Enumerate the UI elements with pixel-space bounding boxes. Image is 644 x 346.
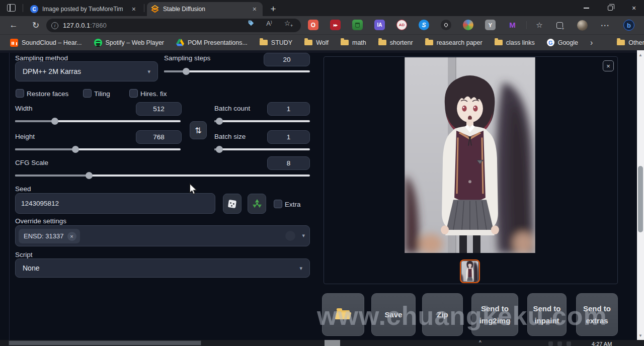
slider-handle[interactable] — [86, 172, 93, 179]
ext-o-icon[interactable]: O — [308, 20, 318, 30]
tiling-checkbox[interactable] — [83, 89, 92, 98]
extra-seed-checkbox[interactable] — [274, 200, 282, 208]
cfg-scale-slider[interactable] — [15, 172, 310, 179]
taskbar-fragment — [325, 340, 340, 346]
site-info-icon[interactable]: i — [51, 22, 58, 29]
new-tab-button[interactable]: + — [267, 3, 280, 16]
bookmarks-overflow-chevron[interactable]: › — [590, 38, 593, 47]
slider-handle[interactable] — [51, 118, 58, 125]
slider-handle[interactable] — [72, 146, 79, 153]
ext-globe-icon[interactable] — [463, 20, 473, 30]
sampling-steps-slider[interactable] — [164, 68, 310, 75]
tab-stable-diffusion[interactable]: Stable Diffusion × — [147, 2, 263, 16]
slider-handle[interactable] — [216, 146, 223, 153]
scrollbar-thumb[interactable] — [638, 166, 643, 232]
tab-divider — [23, 4, 23, 12]
height-label: Height — [15, 133, 35, 140]
stable-diffusion-page: Sampling method DPM++ 2M Karras ▾ Sampli… — [0, 50, 637, 340]
back-button[interactable]: ← — [6, 18, 21, 32]
width-input[interactable]: 512 — [136, 102, 182, 116]
gallery-thumbnail-selected[interactable] — [460, 260, 480, 283]
shopping-tag-icon[interactable] — [246, 18, 257, 28]
tab-close-icon[interactable]: × — [251, 5, 259, 13]
address-bar[interactable]: i 127.0.0.1 :7860 — [46, 19, 301, 32]
hires-fix-checkbox[interactable] — [129, 89, 138, 98]
seed-input[interactable]: 1243095812 — [15, 193, 215, 214]
window-close-button[interactable]: × — [624, 0, 644, 16]
script-dropdown[interactable]: None ▾ — [15, 258, 310, 278]
cfg-scale-input[interactable]: 8 — [267, 156, 310, 170]
chip-remove-icon[interactable]: × — [67, 232, 76, 241]
slider-handle[interactable] — [183, 68, 190, 75]
width-slider[interactable] — [15, 118, 181, 125]
read-aloud-icon[interactable]: A) — [264, 18, 275, 28]
chevron-down-icon: ▾ — [299, 265, 302, 272]
sampling-method-label: Sampling method — [15, 54, 68, 62]
override-chip[interactable]: ENSD: 31337 × — [19, 229, 80, 243]
ext-monica-icon[interactable]: M — [507, 20, 518, 30]
scroll-up-icon[interactable]: ▲ — [637, 51, 644, 58]
scroll-down-icon[interactable]: ▼ — [637, 332, 644, 339]
bookmark-folder-wolf[interactable]: Wolf — [304, 39, 329, 46]
batch-size-slider[interactable] — [214, 146, 310, 153]
sampling-method-dropdown[interactable]: DPM++ 2M Karras ▾ — [15, 61, 158, 81]
window-minimize-button[interactable] — [576, 0, 596, 16]
restore-faces-label: Restore faces — [27, 90, 68, 98]
ext-pin-icon[interactable] — [441, 20, 451, 30]
bookmark-google[interactable]: GGoogle — [547, 39, 578, 46]
bookmark-folder-math[interactable]: math — [341, 39, 366, 46]
swap-dimensions-button[interactable]: ⇅ — [190, 121, 207, 139]
reuse-seed-button[interactable] — [248, 194, 266, 214]
batch-size-input[interactable]: 1 — [267, 130, 310, 144]
sampling-steps-input[interactable]: 20 — [264, 53, 310, 66]
tab-civitai[interactable]: C Image posted by TwoMoreTimes × — [26, 2, 142, 16]
taskbar-clock: 4:27 AM — [592, 341, 612, 346]
workspaces-icon[interactable] — [7, 4, 16, 12]
clear-all-icon[interactable] — [285, 231, 295, 241]
chevron-down-icon: ▾ — [147, 68, 150, 75]
folder-icon — [617, 40, 625, 45]
bookmark-folder-shortenr[interactable]: shortenr — [378, 39, 413, 46]
gallery-close-button[interactable]: × — [603, 60, 614, 71]
seed-label: Seed — [15, 185, 31, 193]
bookmark-folder-class-links[interactable]: class links — [495, 39, 535, 46]
google-drive-icon — [176, 39, 184, 46]
bookmark-folder-reasearch-paper[interactable]: reasearch paper — [425, 39, 482, 46]
bookmark-folder-study[interactable]: STUDY — [260, 39, 292, 46]
ext-trash-icon[interactable] — [352, 20, 363, 30]
ext-shazam-icon[interactable]: S — [419, 20, 429, 30]
add-favorite-icon[interactable]: ☆+ — [282, 18, 293, 28]
horizontal-scrollbar-thumb[interactable] — [9, 340, 201, 345]
other-favorites[interactable]: Other favorites — [617, 39, 644, 46]
batch-size-label: Batch size — [214, 133, 246, 140]
restore-faces-checkbox[interactable] — [16, 89, 24, 98]
bottom-strip: ^ 4:27 AM — [0, 340, 644, 346]
ext-adblock-icon[interactable]: AD — [396, 20, 407, 30]
bookmark-pom-presentations[interactable]: POM Presentations... — [176, 39, 248, 46]
ext-ia-icon[interactable]: IA — [374, 20, 385, 30]
generated-image[interactable] — [405, 57, 535, 253]
batch-count-input[interactable]: 1 — [267, 102, 310, 116]
bookmark-spotify[interactable]: Spotify – Web Player — [94, 39, 165, 47]
ext-video-speed-icon[interactable]: ▶▶ — [330, 20, 341, 30]
height-input[interactable]: 768 — [136, 130, 182, 144]
random-seed-button[interactable] — [223, 194, 242, 214]
batch-count-slider[interactable] — [214, 118, 310, 125]
profile-avatar[interactable] — [576, 19, 588, 31]
bookmark-soundcloud[interactable]: SoundCloud – Hear... — [10, 39, 82, 47]
ext-y-icon[interactable]: Y — [485, 20, 496, 30]
refresh-button[interactable]: ↻ — [28, 18, 43, 32]
height-slider[interactable] — [15, 146, 181, 153]
hidden-icons-caret[interactable]: ^ — [479, 340, 481, 345]
collections-icon[interactable]: + — [553, 19, 566, 31]
copilot-icon[interactable]: b — [623, 19, 635, 31]
mouse-cursor — [189, 183, 198, 195]
chevron-down-icon[interactable]: ▾ — [302, 232, 305, 239]
override-settings-box[interactable]: ENSD: 31337 × ▾ — [15, 225, 310, 246]
vertical-scrollbar[interactable]: ▲ ▼ — [637, 50, 644, 340]
window-restore-button[interactable] — [600, 0, 620, 16]
slider-handle[interactable] — [216, 118, 223, 125]
tab-close-icon[interactable]: × — [130, 5, 138, 13]
favorites-menu-icon[interactable]: ☆ — [533, 19, 545, 31]
settings-menu-icon[interactable]: ⋯ — [599, 19, 611, 31]
